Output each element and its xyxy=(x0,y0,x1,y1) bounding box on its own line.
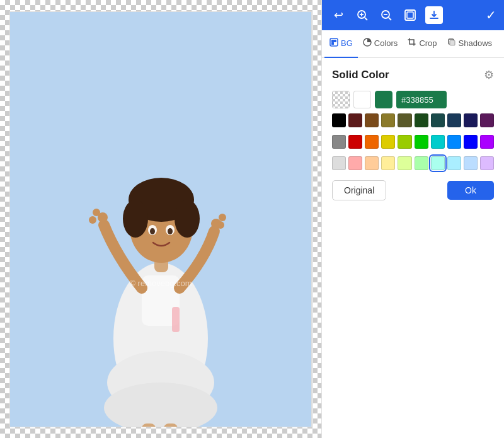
canvas-area: © removebg.com xyxy=(0,0,321,438)
tab-bg-label: BG xyxy=(341,38,353,48)
content: Solid Color ⚙ Original Ok xyxy=(322,58,504,438)
right-panel: ↩ ✓ BG Colors xyxy=(321,0,504,438)
fit-button[interactable] xyxy=(401,6,419,24)
settings-icon[interactable]: ⚙ xyxy=(484,68,494,82)
svg-point-13 xyxy=(150,228,155,234)
green-swatch[interactable] xyxy=(375,91,392,108)
transparent-swatch[interactable] xyxy=(332,91,350,108)
svg-rect-30 xyxy=(407,12,413,18)
tabs: BG Colors Crop Shadows xyxy=(322,30,504,58)
color-swatch[interactable] xyxy=(415,113,428,127)
svg-point-14 xyxy=(168,228,173,234)
pastel-swatch[interactable] xyxy=(365,156,379,170)
white-swatch[interactable] xyxy=(353,91,371,108)
color-swatch[interactable] xyxy=(348,113,362,127)
image-container: © removebg.com xyxy=(9,11,312,427)
zoom-out-button[interactable] xyxy=(377,6,395,24)
undo-button[interactable]: ↩ xyxy=(329,6,347,24)
color-swatch[interactable] xyxy=(365,113,379,127)
svg-rect-39 xyxy=(450,40,455,45)
svg-line-25 xyxy=(365,18,367,20)
confirm-button[interactable]: ✓ xyxy=(486,8,496,23)
color-swatch[interactable] xyxy=(431,113,445,127)
pastel-swatch[interactable] xyxy=(398,156,411,170)
svg-rect-36 xyxy=(334,42,336,45)
pastel-swatch[interactable] xyxy=(381,156,395,170)
tab-crop[interactable]: Crop xyxy=(403,30,442,58)
tab-shadows-label: Shadows xyxy=(459,38,492,48)
color-swatch[interactable] xyxy=(398,113,411,127)
svg-rect-32 xyxy=(330,38,338,46)
pastel-swatch[interactable] xyxy=(415,156,428,170)
svg-point-17 xyxy=(89,216,96,224)
section-title: Solid Color xyxy=(332,69,389,81)
shadows-icon xyxy=(447,38,456,49)
original-button[interactable]: Original xyxy=(332,180,386,200)
tab-bg[interactable]: BG xyxy=(324,30,358,58)
svg-point-10 xyxy=(175,200,200,238)
svg-rect-34 xyxy=(334,40,336,42)
pastel-color-row xyxy=(332,156,494,170)
hex-input[interactable] xyxy=(396,91,447,108)
color-swatch[interactable] xyxy=(464,113,478,127)
bright-color-row xyxy=(332,135,494,149)
color-swatch[interactable] xyxy=(447,135,461,149)
svg-point-20 xyxy=(217,221,224,229)
section-header: Solid Color ⚙ xyxy=(332,68,494,82)
color-swatch[interactable] xyxy=(480,135,494,149)
pastel-swatch[interactable] xyxy=(332,156,346,170)
pastel-swatch[interactable] xyxy=(464,156,478,170)
child-figure xyxy=(79,74,243,427)
color-swatch[interactable] xyxy=(431,135,445,149)
colors-icon xyxy=(363,38,372,49)
pastel-swatch[interactable] xyxy=(480,156,494,170)
pastel-swatch[interactable] xyxy=(447,156,461,170)
zoom-in-button[interactable] xyxy=(353,6,371,24)
color-swatch[interactable] xyxy=(332,113,346,127)
color-swatch[interactable] xyxy=(332,135,346,149)
ok-button[interactable]: Ok xyxy=(447,181,494,200)
color-swatch[interactable] xyxy=(348,135,362,149)
color-swatch[interactable] xyxy=(415,135,428,149)
color-swatch[interactable] xyxy=(480,113,494,127)
svg-point-16 xyxy=(93,209,100,216)
color-swatch[interactable] xyxy=(381,113,395,127)
tab-colors-label: Colors xyxy=(374,38,398,48)
svg-point-19 xyxy=(219,214,226,221)
color-swatch[interactable] xyxy=(381,135,395,149)
svg-rect-21 xyxy=(172,307,180,332)
color-row-special xyxy=(332,91,494,108)
svg-line-28 xyxy=(389,18,391,20)
bg-icon xyxy=(329,38,338,49)
color-swatch[interactable] xyxy=(365,135,379,149)
svg-point-9 xyxy=(123,200,148,238)
crop-icon xyxy=(408,38,416,49)
color-swatch[interactable] xyxy=(398,135,411,149)
download-button[interactable] xyxy=(425,6,443,24)
color-swatch[interactable] xyxy=(464,135,478,149)
color-swatch[interactable] xyxy=(447,113,461,127)
buttons-row: Original Ok xyxy=(332,180,494,200)
toolbar: ↩ ✓ xyxy=(322,0,504,30)
pastel-swatch[interactable] xyxy=(431,156,445,170)
tab-colors[interactable]: Colors xyxy=(358,30,403,58)
dark-color-row xyxy=(332,113,494,127)
toolbar-left: ↩ xyxy=(329,6,443,24)
svg-rect-35 xyxy=(331,42,334,45)
svg-rect-33 xyxy=(331,40,334,42)
tab-shadows[interactable]: Shadows xyxy=(442,30,497,58)
tab-crop-label: Crop xyxy=(419,38,437,48)
pastel-swatch[interactable] xyxy=(348,156,362,170)
